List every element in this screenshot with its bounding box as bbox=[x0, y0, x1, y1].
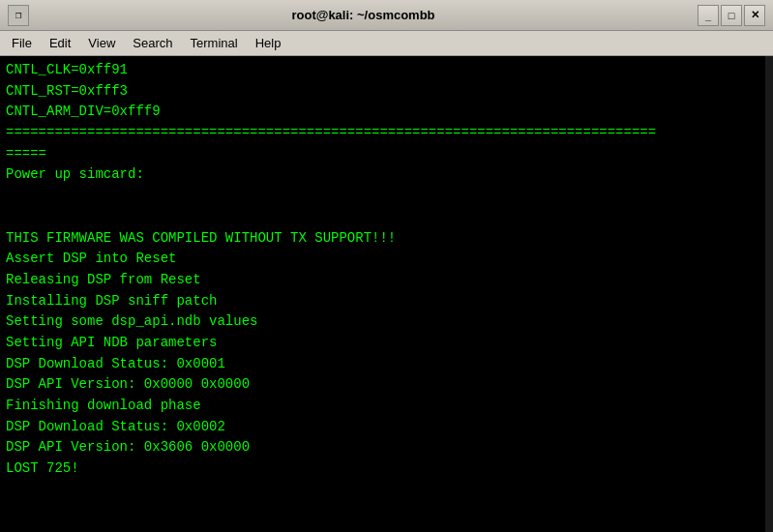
menu-item-terminal[interactable]: Terminal bbox=[183, 34, 246, 52]
window-controls: _ □ ✕ bbox=[698, 5, 765, 26]
scrollbar[interactable] bbox=[765, 56, 773, 532]
menu-item-file[interactable]: File bbox=[4, 34, 40, 52]
menu-item-view[interactable]: View bbox=[80, 34, 123, 52]
titlebar: ❐ root@kali: ~/osmcombb _ □ ✕ bbox=[0, 0, 773, 31]
menu-item-search[interactable]: Search bbox=[125, 34, 180, 52]
minimize-button[interactable]: _ bbox=[698, 5, 719, 26]
maximize-button[interactable]: □ bbox=[721, 5, 742, 26]
terminal-output: CNTL_CLK=0xff91 CNTL_RST=0xfff3 CNTL_ARM… bbox=[6, 60, 767, 480]
close-button[interactable]: ✕ bbox=[744, 5, 765, 26]
menubar: FileEditViewSearchTerminalHelp bbox=[0, 31, 773, 56]
menu-item-edit[interactable]: Edit bbox=[42, 34, 78, 52]
terminal-window[interactable]: CNTL_CLK=0xff91 CNTL_RST=0xfff3 CNTL_ARM… bbox=[0, 56, 773, 532]
menu-item-help[interactable]: Help bbox=[248, 34, 289, 52]
window-title: root@kali: ~/osmcombb bbox=[29, 8, 698, 22]
copy-icon[interactable]: ❐ bbox=[8, 5, 29, 26]
